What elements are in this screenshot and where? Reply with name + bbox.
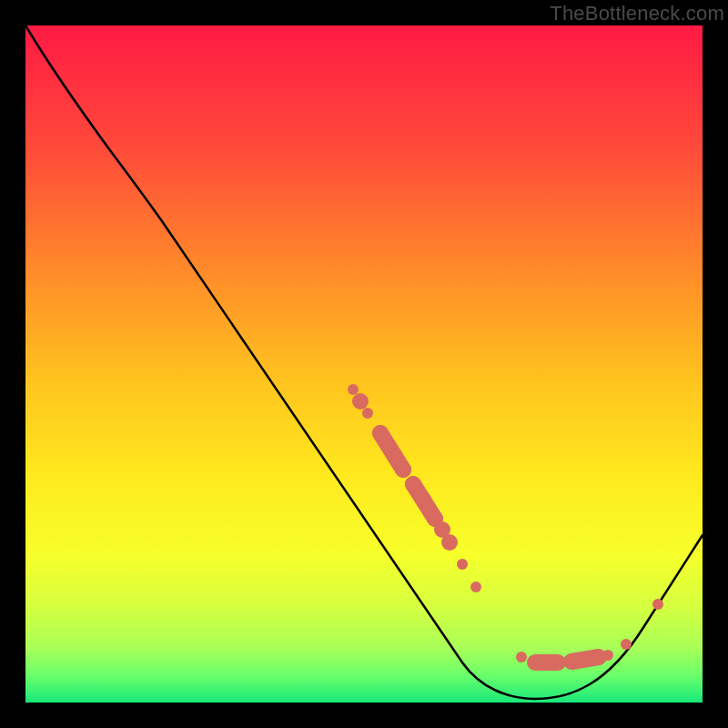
data-point — [537, 657, 548, 668]
data-point — [395, 461, 411, 478]
data-point — [516, 652, 527, 662]
plot-area — [25, 25, 703, 703]
data-point — [621, 639, 632, 650]
capsule-group — [380, 433, 599, 662]
data-point — [602, 650, 613, 661]
data-point — [348, 384, 359, 395]
data-point — [575, 655, 586, 666]
chart-frame: TheBottleneck.com — [0, 0, 728, 728]
data-point — [415, 491, 431, 508]
data-point — [441, 534, 458, 551]
data-point — [457, 559, 468, 570]
watermark-text: TheBottleneck.com — [550, 2, 724, 25]
dots-small-group — [348, 384, 663, 668]
data-point — [470, 581, 481, 592]
data-point — [352, 393, 369, 410]
data-point — [386, 447, 402, 463]
data-point — [362, 408, 373, 419]
data-point — [372, 425, 389, 441]
chart-svg — [25, 25, 703, 703]
data-point — [652, 599, 663, 610]
data-point — [405, 476, 421, 492]
curve-path — [25, 25, 703, 699]
